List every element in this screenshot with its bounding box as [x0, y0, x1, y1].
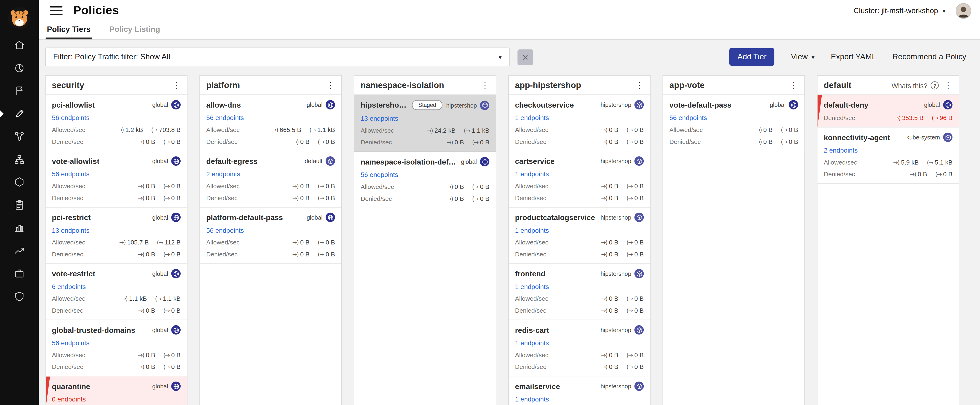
- endpoints-link[interactable]: 1 endpoints: [515, 170, 549, 178]
- view-button[interactable]: View ▾: [791, 53, 815, 61]
- hexagon-icon: [14, 177, 25, 188]
- endpoints-link[interactable]: 6 endpoints: [52, 283, 86, 290]
- app-logo[interactable]: [8, 6, 31, 30]
- policy-card-header: emailservice hipstershop: [515, 381, 644, 391]
- ingress-rate: →)0 B: [601, 138, 618, 145]
- tier-name: app-hipstershop: [515, 81, 581, 90]
- traffic-value: 0 B: [918, 171, 927, 177]
- endpoints-link[interactable]: 1 endpoints: [515, 283, 549, 290]
- policy-name: pci-allowlist: [52, 100, 95, 109]
- endpoints-link[interactable]: 1 endpoints: [515, 395, 549, 403]
- sidebar-item-dashboards[interactable]: [0, 56, 39, 79]
- endpoints-link[interactable]: 13 endpoints: [361, 114, 398, 122]
- export-yaml-button[interactable]: Export YAML: [831, 53, 876, 61]
- sidebar-item-reports[interactable]: [0, 216, 39, 239]
- recommend-policy-button[interactable]: Recommend a Policy: [892, 53, 966, 61]
- egress-icon: (→: [318, 183, 324, 190]
- endpoints-link[interactable]: 1 endpoints: [515, 226, 549, 234]
- traffic-value: 0 B: [171, 195, 181, 201]
- endpoints-link[interactable]: 56 endpoints: [52, 114, 89, 121]
- policy-card[interactable]: hipstershop-gh... Staged hipstershop 13 …: [355, 95, 496, 152]
- endpoints-link[interactable]: 56 endpoints: [361, 171, 398, 178]
- policy-card[interactable]: frontend hipstershop 1 endpoints Allowed…: [509, 264, 650, 320]
- traffic-label: Allowed/sec: [52, 352, 85, 358]
- traffic-value: 1.1 kB: [317, 126, 335, 133]
- policy-card[interactable]: global-trusted-domains global 56 endpoin…: [46, 320, 187, 376]
- endpoints-link[interactable]: 56 endpoints: [52, 170, 89, 178]
- endpoints-link[interactable]: 56 endpoints: [206, 226, 244, 234]
- sidebar-item-policies[interactable]: [0, 102, 39, 125]
- tab-policy-tiers[interactable]: Policy Tiers: [46, 21, 92, 39]
- sidebar-item-clusters[interactable]: [0, 171, 39, 193]
- tier-menu-icon[interactable]: ⋮: [480, 81, 489, 90]
- endpoints-link[interactable]: 2 endpoints: [206, 170, 240, 178]
- policy-card[interactable]: default-deny global Denied/sec →)353.5 B…: [818, 95, 959, 128]
- policy-card-header: default-deny global: [824, 100, 953, 110]
- user-avatar[interactable]: [956, 3, 971, 19]
- endpoints-link[interactable]: 0 endpoints: [52, 395, 86, 403]
- policy-card[interactable]: vote-allowlist global 56 endpoints Allow…: [46, 151, 187, 208]
- policy-card[interactable]: platform-default-pass global 56 endpoint…: [200, 208, 341, 264]
- policy-card[interactable]: pci-restrict global 13 endpoints Allowed…: [46, 208, 187, 264]
- egress-rate: (→0 B: [472, 139, 489, 145]
- scope-label: global: [152, 101, 168, 108]
- policy-card-header: konnectivity-agent kube-system: [824, 133, 953, 142]
- allowed-rate-row: Allowed/sec →)0 B (→0 B: [515, 183, 644, 190]
- sidebar-item-endpoints[interactable]: [0, 262, 39, 285]
- sidebar-item-alerts[interactable]: [0, 80, 39, 102]
- sidebar-item-threat-defense[interactable]: [0, 285, 39, 308]
- policy-card[interactable]: pci-allowlist global 56 endpoints Allowe…: [46, 95, 187, 151]
- tier-name: security: [52, 81, 84, 90]
- policy-card[interactable]: allow-dns global 56 endpoints Allowed/se…: [200, 95, 341, 151]
- scope-label: global: [152, 327, 168, 333]
- clear-filter-button[interactable]: ×: [517, 49, 533, 65]
- tier-menu-icon[interactable]: ⋮: [172, 81, 181, 90]
- menu-icon[interactable]: [50, 6, 62, 15]
- ingress-rate: →)0 B: [138, 138, 155, 145]
- tier-menu-icon[interactable]: ⋮: [789, 81, 798, 90]
- policy-name: redis-cart: [515, 325, 549, 334]
- endpoints-link[interactable]: 2 endpoints: [824, 146, 858, 154]
- policy-card[interactable]: productcatalogservice hipstershop 1 endp…: [509, 208, 650, 264]
- policy-card[interactable]: konnectivity-agent kube-system 2 endpoin…: [818, 128, 959, 184]
- egress-icon: (→: [318, 239, 324, 246]
- sidebar-item-home[interactable]: [0, 34, 39, 56]
- endpoints-link[interactable]: 56 endpoints: [52, 339, 89, 346]
- scope-label: hipstershop: [601, 101, 631, 108]
- policy-card[interactable]: default-egress default 2 endpoints Allow…: [200, 151, 341, 208]
- allowed-rate-row: Allowed/sec →)0 B (→0 B: [206, 239, 335, 246]
- whats-this-link[interactable]: Whats this? ?: [892, 81, 939, 89]
- endpoints-link[interactable]: 1 endpoints: [515, 114, 549, 121]
- endpoints-link[interactable]: 56 endpoints: [670, 114, 707, 121]
- policy-card[interactable]: namespace-isolation-default-p... global …: [355, 152, 496, 208]
- traffic-filter-select[interactable]: Filter: Policy Traffic filter: Show All …: [45, 48, 510, 66]
- policy-card[interactable]: vote-restrict global 6 endpoints Allowed…: [46, 264, 187, 320]
- sidebar-item-activity[interactable]: [0, 239, 39, 262]
- global-scope-icon: [943, 100, 953, 110]
- endpoints-link[interactable]: 1 endpoints: [515, 339, 549, 346]
- policy-card[interactable]: checkoutservice hipstershop 1 endpoints …: [509, 95, 650, 151]
- policy-card-header: quarantine global: [52, 381, 181, 391]
- endpoints-link[interactable]: 13 endpoints: [52, 226, 89, 234]
- add-tier-button[interactable]: Add Tier: [729, 48, 775, 65]
- sidebar-item-compliance[interactable]: [0, 194, 39, 216]
- cluster-selector[interactable]: Cluster: jlt-msft-workshop ▾: [854, 6, 945, 15]
- policy-card[interactable]: quarantine global 0 endpoints: [46, 376, 187, 405]
- policy-name: vote-restrict: [52, 269, 95, 278]
- policy-card[interactable]: redis-cart hipstershop 1 endpoints Allow…: [509, 320, 650, 376]
- policy-scope: global: [152, 269, 181, 278]
- tier-menu-icon[interactable]: ⋮: [635, 81, 644, 90]
- namespace-scope-icon: [326, 156, 335, 166]
- policy-card[interactable]: vote-default-pass global 56 endpoints Al…: [663, 95, 804, 151]
- policy-card[interactable]: emailservice hipstershop 1 endpoints All…: [509, 376, 650, 405]
- tier-menu-icon[interactable]: ⋮: [944, 81, 952, 90]
- policy-name: hipstershop-gh...: [361, 101, 409, 110]
- endpoints-link[interactable]: 56 endpoints: [206, 114, 244, 121]
- sidebar-item-network-sets[interactable]: [0, 148, 39, 171]
- traffic-value: 0 B: [171, 352, 181, 358]
- policy-card[interactable]: cartservice hipstershop 1 endpoints Allo…: [509, 151, 650, 208]
- tier-menu-icon[interactable]: ⋮: [326, 81, 335, 90]
- traffic-value: 0 B: [634, 251, 644, 258]
- tab-policy-listing[interactable]: Policy Listing: [108, 21, 162, 39]
- sidebar-item-service-graph[interactable]: [0, 125, 39, 148]
